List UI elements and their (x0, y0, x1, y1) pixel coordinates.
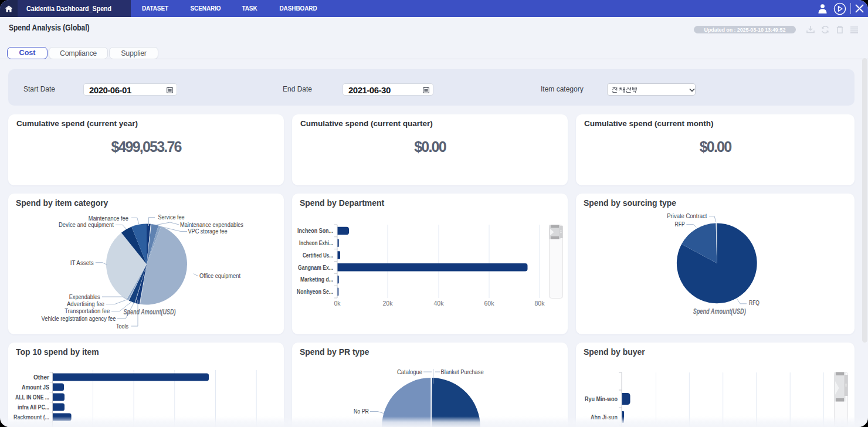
svg-text:RFP: RFP (675, 221, 685, 228)
svg-text:Service fee: Service fee (158, 214, 184, 221)
svg-text:Certified Us...: Certified Us... (303, 252, 333, 259)
svg-text:VPC storage fee: VPC storage fee (188, 228, 228, 235)
svg-text:Maintenance fee: Maintenance fee (89, 215, 128, 222)
svg-text:Spend Amount(USD): Spend Amount(USD) (693, 307, 746, 316)
svg-text:Nonhyeon Se...: Nonhyeon Se... (297, 288, 333, 295)
svg-text:Incheon Son...: Incheon Son... (297, 227, 333, 234)
svg-text:Blanket Purchase: Blanket Purchase (441, 368, 484, 375)
svg-text:Catalogue: Catalogue (397, 368, 422, 375)
svg-text:No PR: No PR (354, 408, 369, 415)
svg-text:RFQ: RFQ (749, 299, 760, 306)
svg-text:Office equipment: Office equipment (199, 272, 241, 279)
svg-text:Vehicle registration agency fe: Vehicle registration agency fee (42, 315, 116, 322)
svg-text:Device and equipment: Device and equipment (59, 221, 114, 228)
svg-text:20k: 20k (383, 300, 394, 307)
svg-text:Ryu Min-woo: Ryu Min-woo (585, 395, 618, 402)
svg-text:Advertising fee: Advertising fee (67, 300, 104, 307)
svg-text:Maintenance expendables: Maintenance expendables (180, 221, 243, 228)
svg-text:80k: 80k (535, 300, 545, 307)
svg-text:ALL IN ONE ...: ALL IN ONE ... (15, 394, 49, 401)
svg-text:Marketing d...: Marketing d... (300, 276, 333, 283)
svg-text:Tools: Tools (116, 323, 128, 330)
svg-text:Spend Amount(USD): Spend Amount(USD) (124, 308, 176, 316)
svg-text:Gangnam Ex...: Gangnam Ex... (298, 264, 333, 271)
svg-text:infra All PC...: infra All PC... (18, 404, 49, 411)
svg-text:Transportation fee: Transportation fee (65, 307, 110, 314)
svg-text:Private Contract: Private Contract (667, 212, 707, 219)
svg-text:0k: 0k (334, 300, 341, 307)
svg-text:Incheon Exhi...: Incheon Exhi... (299, 239, 333, 246)
svg-text:Expendables: Expendables (69, 293, 100, 300)
svg-text:Amount JS: Amount JS (22, 384, 49, 391)
svg-text:60k: 60k (484, 300, 495, 307)
svg-text:IT Assets: IT Assets (70, 259, 94, 266)
svg-text:Other: Other (33, 374, 49, 381)
svg-text:40k: 40k (434, 300, 445, 307)
